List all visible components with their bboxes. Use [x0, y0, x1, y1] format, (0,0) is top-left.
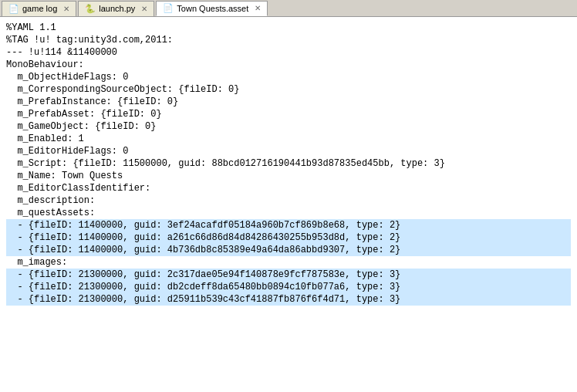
code-line-13: m_EditorClassIdentifier: — [6, 182, 571, 194]
code-line-22: - {fileID: 21300000, guid: d25911b539c43… — [6, 293, 571, 306]
code-line-3: MonoBehaviour: — [6, 59, 571, 71]
code-line-5: m_CorrespondingSourceObject: {fileID: 0} — [6, 83, 571, 96]
tab-game-log-close[interactable]: ✕ — [63, 5, 69, 13]
code-line-15: m_questAssets: — [6, 207, 571, 219]
code-line-6: m_PrefabInstance: {fileID: 0} — [6, 96, 571, 108]
code-line-14: m_description: — [6, 194, 571, 207]
code-line-20: - {fileID: 21300000, guid: 2c317dae05e94… — [6, 269, 571, 281]
tab-game-log[interactable]: 📄 game log ✕ — [2, 1, 76, 16]
tab-launch-py-close[interactable]: ✕ — [141, 5, 147, 13]
tab-launch-py-label: launch.py — [99, 4, 135, 13]
code-line-4: m_ObjectHideFlags: 0 — [6, 71, 571, 83]
code-line-19: m_images: — [6, 256, 571, 269]
code-line-21: - {fileID: 21300000, guid: db2cdeff8da65… — [6, 281, 571, 293]
code-line-18: - {fileID: 11400000, guid: 4b736db8c8538… — [6, 244, 571, 256]
tab-launch-py[interactable]: 🐍 launch.py ✕ — [78, 1, 154, 16]
code-line-10: m_EditorHideFlags: 0 — [6, 145, 571, 157]
code-line-0: %YAML 1.1 — [6, 22, 571, 34]
code-line-12: m_Name: Town Quests — [6, 170, 571, 182]
code-line-16: - {fileID: 11400000, guid: 3ef24acafdf05… — [6, 219, 571, 231]
code-line-7: m_PrefabAsset: {fileID: 0} — [6, 108, 571, 120]
tab-launch-py-icon: 🐍 — [85, 4, 96, 14]
code-line-1: %TAG !u! tag:unity3d.com,2011: — [6, 34, 571, 46]
code-line-2: --- !u!114 &11400000 — [6, 46, 571, 59]
tab-town-quests-close[interactable]: ✕ — [255, 4, 261, 12]
code-line-11: m_Script: {fileID: 11500000, guid: 88bcd… — [6, 157, 571, 170]
tab-bar: 📄 game log ✕ 🐍 launch.py ✕ 📄 Town Quests… — [0, 0, 577, 17]
tab-game-log-icon: 📄 — [8, 4, 19, 14]
code-line-8: m_GameObject: {fileID: 0} — [6, 120, 571, 133]
tab-game-log-label: game log — [22, 4, 57, 13]
code-line-9: m_Enabled: 1 — [6, 133, 571, 145]
code-line-17: - {fileID: 11400000, guid: a261c66d86d84… — [6, 231, 571, 244]
code-editor[interactable]: %YAML 1.1%TAG !u! tag:unity3d.com,2011:-… — [0, 17, 577, 392]
tab-town-quests-label: Town Quests.asset — [177, 4, 248, 13]
tab-town-quests[interactable]: 📄 Town Quests.asset ✕ — [156, 1, 268, 16]
tab-town-quests-icon: 📄 — [163, 3, 174, 13]
